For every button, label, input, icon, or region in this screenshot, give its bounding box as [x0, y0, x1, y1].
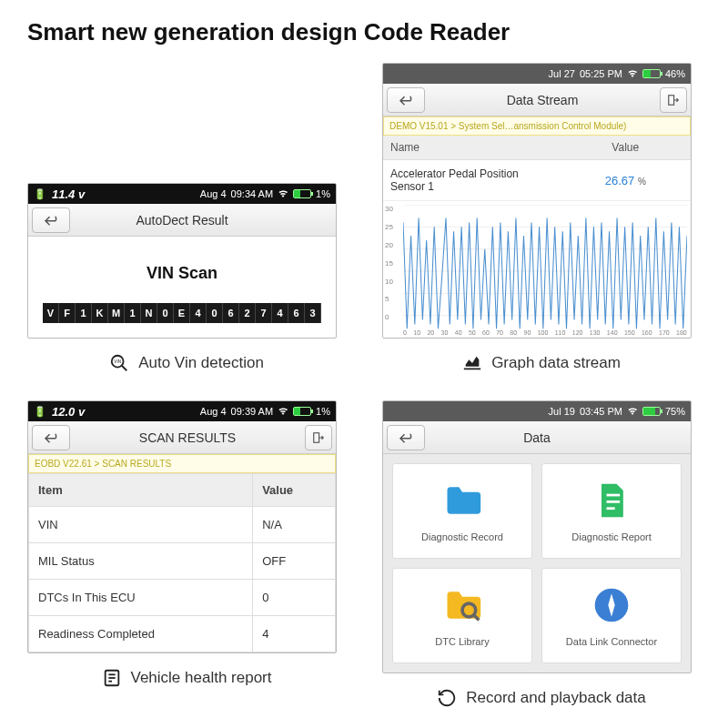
playback-icon	[437, 688, 457, 708]
status-bar: Jul 27 05:25 PM 46%	[383, 64, 691, 84]
panel-vin-scan: 🔋 11.4 v Aug 4 09:34 AM 1% AutoDect Resu…	[27, 183, 337, 339]
graph-icon	[462, 353, 482, 373]
battery-icon-small: 🔋	[34, 188, 46, 200]
back-icon	[398, 94, 414, 106]
svg-rect-18	[607, 507, 615, 510]
vin-scan-label: VIN Scan	[37, 264, 327, 283]
screen-title: AutoDect Result	[70, 213, 294, 228]
param-name: Accelerator Pedal Position Sensor 1	[383, 160, 561, 200]
scan-results-table: Item Value VINN/AMIL StatusOFFDTCs In Th…	[28, 473, 336, 652]
exit-button[interactable]	[305, 425, 332, 450]
panel-scan-results: 🔋 12.0 v Aug 4 09:39 AM 1% SCAN RESULTS …	[27, 400, 337, 653]
svg-rect-3	[669, 95, 674, 105]
vin-char: F	[59, 303, 76, 323]
tile-dtc-library[interactable]: DTC Library	[392, 568, 532, 663]
voltage-value: 11.4 v	[52, 187, 85, 201]
status-bar: Jul 19 03:45 PM 75%	[383, 401, 691, 421]
back-button[interactable]	[387, 425, 425, 450]
table-row[interactable]: VINN/A	[29, 507, 336, 543]
report-icon	[102, 668, 122, 688]
back-icon	[398, 431, 414, 444]
table-row[interactable]: Readiness Completed4	[29, 616, 336, 652]
report-icon	[592, 480, 632, 524]
battery-pct: 46%	[665, 68, 685, 79]
vin-char: 4	[190, 303, 207, 323]
status-time: 05:25 PM	[580, 68, 622, 79]
vin-char: 6	[288, 303, 305, 323]
table-row[interactable]: DTCs In This ECU0	[29, 580, 336, 616]
col-name: Name	[383, 136, 561, 159]
exit-icon	[667, 94, 680, 106]
screen-title: SCAN RESULTS	[70, 430, 305, 445]
vin-char: 1	[125, 303, 141, 323]
back-icon	[43, 431, 59, 444]
panel-data-stream: Jul 27 05:25 PM 46% Data Stream DEMO V15…	[382, 63, 692, 339]
battery-icon-small: 🔋	[34, 406, 46, 418]
vin-strip: VF1KM1N0E40627463	[37, 303, 327, 323]
breadcrumb: DEMO V15.01 > System Sel…ansmission Cont…	[383, 116, 691, 136]
vin-char: 3	[305, 303, 321, 323]
title-bar: Data	[383, 421, 691, 454]
status-time: 09:39 AM	[231, 406, 273, 417]
voltage-value: 12.0 v	[52, 405, 85, 419]
wifi-icon	[278, 188, 288, 199]
back-icon	[43, 214, 59, 227]
cell-item: MIL Status	[29, 543, 253, 580]
wifi-icon	[627, 406, 638, 417]
svg-text:VIN: VIN	[115, 359, 122, 364]
wifi-icon	[278, 406, 288, 417]
table-row[interactable]: MIL StatusOFF	[29, 543, 336, 580]
status-date: Jul 19	[549, 406, 575, 417]
status-bar: 🔋 11.4 v Aug 4 09:34 AM 1%	[28, 184, 336, 204]
status-time: 03:45 PM	[580, 406, 622, 417]
battery-pct: 75%	[665, 406, 685, 417]
tile-label: Data Link Connector	[566, 636, 657, 647]
vin-char: K	[92, 303, 108, 323]
battery-icon	[642, 407, 661, 416]
compass-icon	[592, 585, 632, 629]
status-bar: 🔋 12.0 v Aug 4 09:39 AM 1%	[28, 401, 336, 421]
col-value: Value	[561, 136, 692, 159]
search-folder-icon	[442, 585, 482, 629]
tile-diagnostic-report[interactable]: Diagnostic Report	[541, 463, 682, 559]
tile-label: DTC Library	[435, 636, 489, 647]
battery-pct: 1%	[316, 188, 330, 199]
breadcrumb: EOBD V22.61 > SCAN RESULTS	[28, 454, 336, 473]
chart: 302520151050 010203040506070809010011012…	[383, 201, 691, 338]
vin-char: 1	[76, 303, 92, 323]
svg-rect-17	[607, 500, 621, 503]
back-button[interactable]	[387, 87, 425, 113]
screen-title: Data Stream	[425, 93, 660, 107]
table-row[interactable]: Accelerator Pedal Position Sensor 1 26.6…	[383, 160, 691, 201]
screen-title: Data	[425, 430, 649, 445]
vin-char: 6	[223, 303, 239, 323]
table-header: Name Value	[383, 136, 691, 160]
vin-char: E	[174, 303, 190, 323]
tile-label: Diagnostic Report	[571, 531, 651, 542]
caption-text: Auto Vin detection	[138, 354, 264, 372]
caption-text: Vehicle health report	[131, 669, 272, 687]
status-time: 09:34 AM	[231, 188, 273, 199]
vin-char: N	[141, 303, 157, 323]
status-date: Aug 4	[200, 188, 227, 199]
cell-item: Readiness Completed	[29, 616, 253, 652]
tile-diagnostic-record[interactable]: Diagnostic Record	[392, 463, 532, 559]
tile-data-link-connector[interactable]: Data Link Connector	[541, 568, 682, 663]
exit-icon	[312, 431, 325, 444]
vin-char: 7	[256, 303, 272, 323]
svg-line-1	[122, 366, 127, 371]
back-button[interactable]	[32, 425, 70, 450]
vin-char: 2	[239, 303, 256, 323]
vin-char: 0	[207, 303, 223, 323]
cell-value: 0	[253, 580, 336, 616]
back-button[interactable]	[32, 207, 70, 233]
vin-char: 4	[272, 303, 288, 323]
chart-line	[403, 205, 687, 338]
battery-icon	[293, 407, 311, 416]
vin-detection-icon: VIN	[109, 353, 129, 373]
vin-char: 0	[157, 303, 174, 323]
battery-icon	[642, 69, 661, 78]
battery-icon	[293, 189, 311, 198]
svg-rect-16	[607, 493, 621, 496]
exit-button[interactable]	[660, 87, 687, 113]
